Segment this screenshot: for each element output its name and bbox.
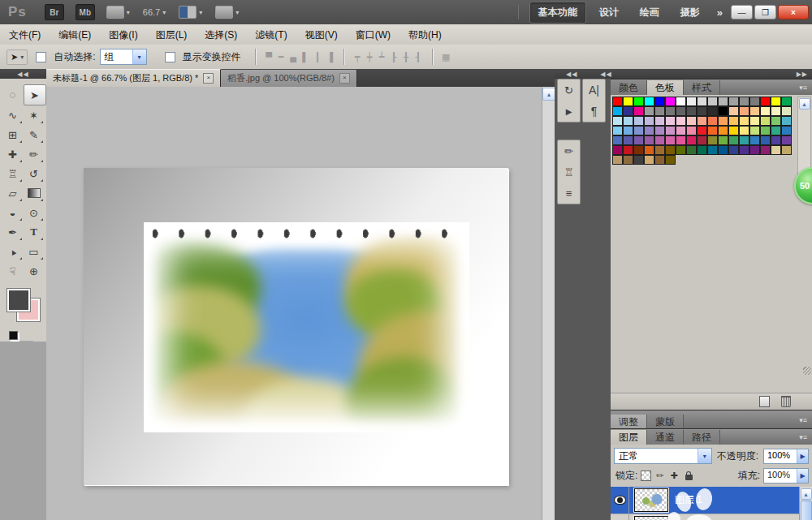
layer-thumbnail[interactable] (634, 516, 668, 520)
swatch[interactable] (707, 116, 718, 126)
visibility-toggle[interactable] (611, 487, 629, 514)
swatch[interactable] (676, 116, 686, 126)
layer-row-1[interactable]: 图层 1 (611, 487, 800, 514)
tab-layers[interactable]: 图层 (611, 430, 647, 445)
swatch[interactable] (760, 135, 771, 145)
distribute-right-icon[interactable]: ┨ (412, 52, 425, 62)
swatch[interactable] (781, 97, 792, 106)
swatch[interactable] (728, 126, 739, 135)
swatch[interactable] (654, 126, 665, 135)
menu-image[interactable]: 图像(I) (100, 25, 146, 45)
swatch[interactable] (749, 145, 760, 155)
default-colors-icon[interactable] (9, 331, 18, 340)
canvas-area[interactable] (46, 87, 542, 520)
swatch[interactable] (739, 116, 749, 126)
swatch[interactable] (612, 145, 623, 155)
swatch[interactable] (665, 116, 676, 126)
tab-adjustments[interactable]: 调整 (611, 415, 647, 429)
align-vcenter-icon[interactable]: ━ (275, 52, 287, 62)
swatch[interactable] (718, 106, 728, 116)
distribute-top-icon[interactable]: ┯ (352, 52, 364, 62)
swatch[interactable] (697, 145, 707, 155)
opacity-arrow-icon[interactable]: ▶ (797, 449, 808, 463)
auto-select-dropdown[interactable]: 组 ▾ (100, 49, 147, 65)
clone-stamp-tool[interactable]: ♖ (2, 164, 24, 183)
elliptical-marquee-tool[interactable]: ◌ (2, 84, 24, 104)
layer-comps-panel-icon[interactable]: ≡ (559, 183, 579, 204)
view-extras-button[interactable]: ▾ (179, 6, 202, 19)
swatch[interactable] (623, 97, 633, 106)
swatch[interactable] (686, 126, 697, 135)
lasso-tool[interactable]: ∿ (2, 105, 24, 125)
zoom-tool[interactable]: ⊕ (24, 261, 45, 281)
swatch[interactable] (739, 106, 749, 116)
swatch[interactable] (771, 106, 781, 116)
swatch[interactable] (644, 145, 654, 155)
restore-button[interactable]: ❐ (754, 5, 776, 19)
fill-arrow-icon[interactable]: ▶ (797, 469, 808, 483)
swatch[interactable] (760, 116, 771, 126)
hand-tool[interactable]: ☟ (2, 261, 24, 281)
delete-swatch-icon[interactable] (781, 396, 791, 407)
crop-tool[interactable]: ⊞ (2, 125, 24, 144)
history-panel-icon[interactable]: ↻ (559, 80, 579, 101)
document-tab-untitled[interactable]: 未标题-1 @ 66.7% (图层 1, RGB/8) * × (46, 69, 221, 87)
swatch[interactable] (633, 126, 644, 135)
swatch[interactable] (749, 116, 760, 126)
close-button[interactable]: × (778, 5, 809, 19)
swatch[interactable] (654, 97, 665, 106)
character-panel-icon[interactable]: A| (585, 80, 604, 101)
swatch[interactable] (718, 126, 728, 135)
zoom-level-control[interactable]: 66.7 ▾ (143, 7, 166, 17)
dock-expand-button[interactable]: ▶▶ (797, 71, 808, 78)
menu-file[interactable]: 文件(F) (0, 25, 50, 45)
swatch[interactable] (686, 135, 697, 145)
swatch[interactable] (749, 106, 760, 116)
swatch[interactable] (623, 106, 633, 116)
swatch[interactable] (718, 116, 728, 126)
layer-row-2[interactable] (611, 514, 800, 520)
arrange-documents-button[interactable]: ▾ (106, 6, 130, 19)
distribute-vcenter-icon[interactable]: ┿ (364, 52, 376, 62)
swatch[interactable] (676, 97, 686, 106)
eyedropper-tool[interactable]: ✎ (24, 125, 45, 144)
swatch[interactable] (665, 126, 676, 135)
panel-menu-icon[interactable]: ▾≡ (794, 84, 812, 92)
menu-help[interactable]: 帮助(H) (400, 25, 451, 45)
swatch[interactable] (644, 126, 654, 135)
tab-styles[interactable]: 样式 (684, 80, 720, 95)
smudge-tool[interactable]: ◒ (2, 203, 24, 222)
swatch[interactable] (612, 116, 623, 126)
canvas-vertical-scrollbar[interactable]: ▲ (542, 87, 555, 520)
swatch[interactable] (697, 116, 707, 126)
swatch[interactable] (623, 135, 633, 145)
swatch[interactable] (781, 106, 792, 116)
swatch[interactable] (633, 155, 644, 165)
photo-layer[interactable] (144, 222, 469, 432)
swatch[interactable] (676, 106, 686, 116)
history-brush-tool[interactable]: ↺ (24, 164, 45, 183)
lock-move-icon[interactable]: ✚ (671, 471, 678, 481)
auto-align-layers-icon[interactable]: ▦ (440, 52, 452, 62)
menu-window[interactable]: 窗口(W) (347, 25, 400, 45)
auto-select-checkbox[interactable] (36, 52, 46, 62)
lock-all-icon[interactable] (685, 475, 693, 480)
tab-color[interactable]: 颜色 (611, 80, 647, 95)
swatch[interactable] (771, 126, 781, 135)
swatch[interactable] (697, 97, 707, 106)
swatch[interactable] (771, 97, 781, 106)
panel-menu-icon[interactable]: ▾≡ (794, 416, 812, 424)
paragraph-panel-icon[interactable]: ¶ (585, 101, 604, 122)
workspace-overflow-button[interactable]: » (717, 6, 723, 19)
minibridge-launch-button[interactable]: Mb (76, 4, 95, 20)
swatch[interactable] (676, 135, 686, 145)
swatch[interactable] (654, 135, 665, 145)
swatch[interactable] (644, 116, 654, 126)
swatch[interactable] (760, 126, 771, 135)
dock-collapse-button[interactable]: ◀◀ (566, 71, 577, 78)
panel-resize-grip[interactable] (803, 367, 811, 375)
swatch[interactable] (676, 145, 686, 155)
workspace-painting-button[interactable]: 绘画 (632, 2, 667, 23)
swatch[interactable] (623, 155, 633, 165)
swatch[interactable] (760, 97, 771, 106)
